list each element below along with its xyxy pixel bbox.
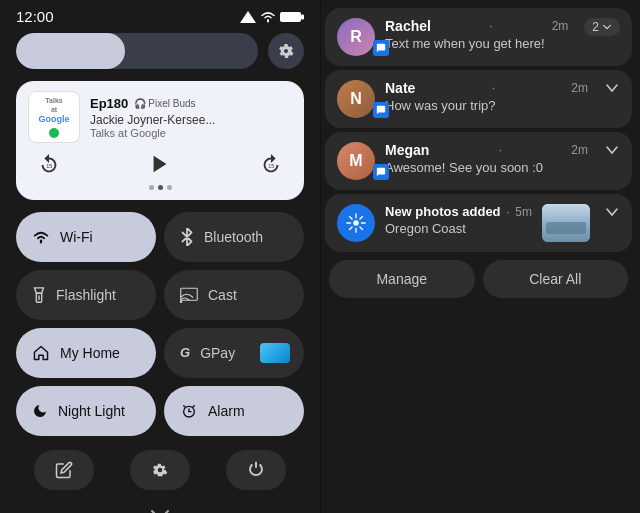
rachel-count-btn[interactable]: 2 — [584, 18, 620, 36]
cast-icon — [180, 285, 198, 305]
photos-body: New photos added · 5m Oregon Coast — [385, 204, 532, 236]
svg-marker-7 — [35, 288, 44, 293]
media-podcast: Jackie Joyner-Kersee... — [90, 113, 220, 127]
media-info: Ep180 🎧 Pixel Buds Jackie Joyner-Kersee.… — [90, 96, 292, 139]
nightlight-toggle[interactable]: Night Light — [16, 386, 156, 436]
signal-icon — [240, 11, 256, 23]
brightness-area — [0, 29, 320, 77]
media-top: Talks at Google Ep180 🎧 Pixel Buds Jacki… — [28, 91, 292, 143]
flashlight-icon — [32, 285, 46, 305]
svg-line-15 — [193, 406, 195, 408]
forward-button[interactable]: 15 — [254, 149, 288, 177]
nate-header: Nate · 2m — [385, 80, 588, 96]
rewind-button[interactable]: 15 — [32, 149, 66, 177]
svg-line-14 — [184, 406, 186, 408]
photos-app-icon — [337, 204, 375, 242]
settings-gear-button[interactable] — [268, 33, 304, 69]
dot-2 — [158, 185, 163, 190]
cast-label: Cast — [208, 287, 237, 303]
alarm-label: Alarm — [208, 403, 245, 419]
gpay-icon: G — [180, 345, 190, 360]
megan-header: Megan · 2m — [385, 142, 588, 158]
megan-body: Megan · 2m Awesome! See you soon :0 — [385, 142, 588, 175]
bluetooth-label: Bluetooth — [204, 229, 263, 245]
clear-all-button[interactable]: Clear All — [483, 260, 629, 298]
status-icons — [240, 11, 304, 23]
media-thumbnail: Talks at Google — [28, 91, 80, 143]
flashlight-toggle[interactable]: Flashlight — [16, 270, 156, 320]
thumb-line1: Talks — [39, 96, 70, 105]
rachel-avatar: R — [337, 18, 375, 56]
svg-point-16 — [353, 220, 359, 226]
rachel-time: 2m — [552, 19, 569, 33]
notification-rachel[interactable]: R Rachel · 2m Text me when you get here!… — [325, 8, 632, 66]
thumb-line3: Google — [39, 114, 70, 126]
svg-rect-1 — [280, 12, 301, 22]
manage-button[interactable]: Manage — [329, 260, 475, 298]
gpay-label: GPay — [200, 345, 235, 361]
home-icon — [32, 343, 50, 363]
nate-sender: Nate — [385, 80, 415, 96]
photos-time: 5m — [515, 205, 532, 219]
gpay-toggle[interactable]: G GPay — [164, 328, 304, 378]
notification-nate[interactable]: N Nate · 2m How was your trip? — [325, 70, 632, 128]
spotify-dot — [49, 128, 59, 138]
nate-expand[interactable] — [604, 80, 620, 96]
rachel-expand[interactable]: 2 — [584, 18, 620, 36]
thumb-line2: at — [39, 105, 70, 114]
messages-app-icon — [373, 40, 389, 56]
settings-button[interactable] — [130, 450, 190, 490]
bluetooth-toggle[interactable]: Bluetooth — [164, 212, 304, 262]
play-button[interactable] — [143, 149, 177, 177]
nightlight-label: Night Light — [58, 403, 125, 419]
edit-button[interactable] — [34, 450, 94, 490]
notification-actions: Manage Clear All — [325, 256, 632, 300]
svg-marker-4 — [154, 155, 167, 172]
myhome-label: My Home — [60, 345, 120, 361]
rachel-body: Rachel · 2m Text me when you get here! — [385, 18, 568, 51]
gpay-card-indicator — [260, 343, 290, 363]
megan-sender: Megan — [385, 142, 429, 158]
photos-expand[interactable] — [604, 204, 620, 220]
photos-thumbnail — [542, 204, 590, 242]
rachel-count: 2 — [592, 20, 599, 34]
nate-app-icon — [373, 102, 389, 118]
media-card[interactable]: Talks at Google Ep180 🎧 Pixel Buds Jacki… — [16, 81, 304, 200]
wifi-status-icon — [260, 11, 276, 23]
cast-toggle[interactable]: Cast — [164, 270, 304, 320]
bluetooth-icon — [180, 227, 194, 247]
megan-avatar: M — [337, 142, 375, 180]
svg-rect-2 — [301, 14, 304, 19]
media-controls: 15 15 — [28, 149, 292, 177]
notification-photos[interactable]: New photos added · 5m Oregon Coast — [325, 194, 632, 252]
rachel-sender: Rachel — [385, 18, 431, 34]
megan-expand[interactable] — [604, 142, 620, 158]
megan-time: 2m — [571, 143, 588, 157]
notification-megan[interactable]: M Megan · 2m Awesome! See you soon :0 — [325, 132, 632, 190]
battery-icon — [280, 11, 304, 23]
status-bar: 12:00 — [0, 0, 320, 29]
svg-text:15: 15 — [46, 162, 52, 168]
dot-1 — [149, 185, 154, 190]
myhome-toggle[interactable]: My Home — [16, 328, 156, 378]
alarm-toggle[interactable]: Alarm — [164, 386, 304, 436]
rachel-header: Rachel · 2m — [385, 18, 568, 34]
brightness-fill — [16, 33, 125, 69]
headphone-icon: 🎧 — [134, 98, 146, 109]
wifi-toggle[interactable]: Wi-Fi — [16, 212, 156, 262]
nate-time: 2m — [571, 81, 588, 95]
photos-sender: New photos added — [385, 204, 501, 219]
media-show: Talks at Google — [90, 127, 292, 139]
chevron-down-icon[interactable] — [0, 500, 320, 513]
wifi-label: Wi-Fi — [60, 229, 93, 245]
brightness-slider[interactable] — [16, 33, 258, 69]
nate-avatar: N — [337, 80, 375, 118]
svg-text:15: 15 — [268, 162, 274, 168]
rachel-dot: · — [490, 19, 493, 33]
notifications-panel: R Rachel · 2m Text me when you get here!… — [320, 0, 640, 513]
power-button[interactable] — [226, 450, 286, 490]
alarm-icon — [180, 401, 198, 421]
wifi-icon — [32, 227, 50, 247]
rachel-message: Text me when you get here! — [385, 36, 568, 51]
moon-icon — [32, 401, 48, 421]
